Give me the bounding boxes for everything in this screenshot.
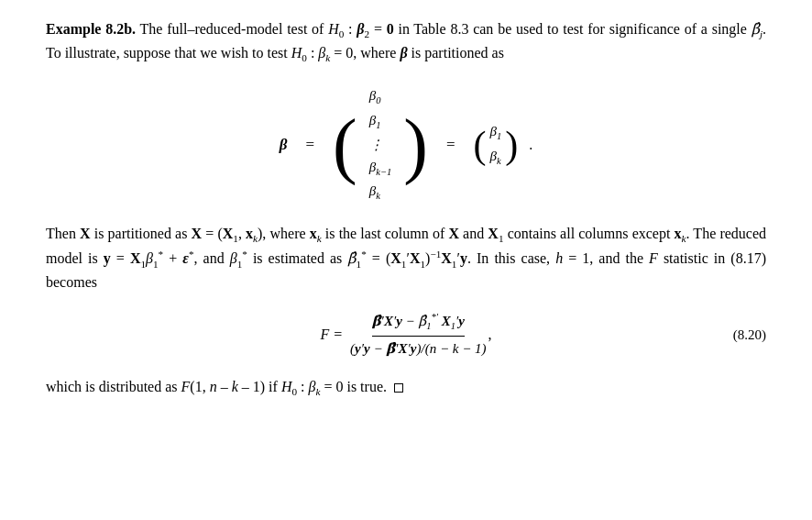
- matrix-entries-left: β0 β1 ⋮ βk−1 βk: [369, 84, 392, 205]
- beta-bold: β: [280, 133, 288, 157]
- entry-b1: β1: [369, 109, 381, 134]
- matrix-equation: β = ( β0 β1 ⋮ βk−1 βk ) = ( β1 βk ): [46, 84, 766, 205]
- main-content: Example 8.2b. The full–reduced-model tes…: [46, 18, 766, 400]
- numerator: β̂′X′y − β̂1*′ X1′y: [372, 310, 465, 337]
- denominator: (y′y − β̂′X′y)/(n − k − 1): [350, 338, 487, 360]
- example-title: Example 8.2b.: [46, 21, 136, 37]
- f-lhs: F =: [320, 324, 343, 346]
- period1: .: [529, 134, 532, 156]
- small-paren-left: (: [473, 126, 486, 164]
- paragraph-2: Then X is partitioned as X = (X1, xk), w…: [46, 223, 766, 293]
- entry-bk1: βk−1: [369, 156, 392, 181]
- small-paren-right: ): [505, 126, 518, 164]
- small-paren-matrix: ( β1 βk ): [473, 120, 518, 170]
- eq1: =: [306, 133, 315, 157]
- comma: ,: [488, 324, 492, 346]
- big-paren-right: ): [403, 112, 428, 178]
- small-entry-b1: β1: [489, 120, 501, 145]
- small-entry-bk: βk: [489, 145, 500, 170]
- fraction: β̂′X′y − β̂1*′ X1′y (y′y − β̂′X′y)/(n − …: [350, 310, 487, 359]
- big-paren-left: (: [333, 112, 357, 178]
- formula-block: F = β̂′X′y − β̂1*′ X1′y (y′y − β̂′X′y)/(…: [46, 310, 766, 359]
- small-paren-entries: β1 βk: [489, 120, 501, 170]
- entry-bk: βk: [369, 180, 380, 205]
- entry-vdots: ⋮: [369, 134, 383, 156]
- eq2: =: [446, 133, 455, 157]
- end-proof-square: [394, 383, 403, 393]
- paragraph-3: which is distributed as F(1, n – k – 1) …: [46, 376, 766, 400]
- paragraph-1: Example 8.2b. The full–reduced-model tes…: [46, 18, 766, 66]
- equation-number: (8.20): [733, 325, 766, 346]
- entry-b0: β0: [369, 84, 381, 109]
